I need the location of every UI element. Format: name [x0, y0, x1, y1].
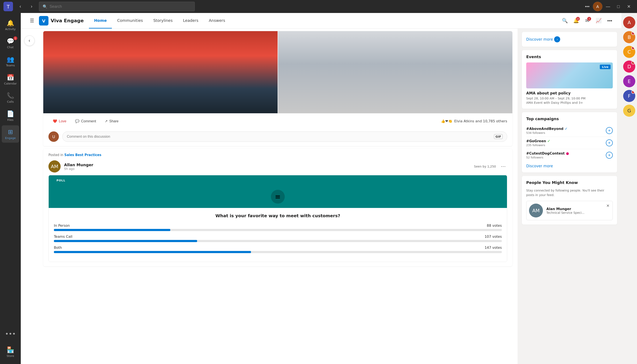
search-input[interactable] — [50, 4, 191, 9]
comment-button[interactable]: 💬 Comment — [71, 117, 100, 125]
event-time: Sept 28, 10:00 AM – Sept 29, 10:00 PM — [526, 96, 613, 100]
sidebar-item-calendar[interactable]: 📅 Calendar — [2, 71, 19, 88]
author-info: Allan Munger 5h ago — [64, 162, 471, 170]
app-layout: 🔔 Activity 💬 Chat 1 👥 Teams 📅 Calendar 📞… — [0, 13, 637, 364]
activity-icon: 🔔 — [7, 20, 14, 26]
share-button[interactable]: ↗ Share — [100, 117, 123, 125]
campaigns-discover-more-label: Discover more — [526, 164, 553, 168]
tab-leaders[interactable]: Leaders — [178, 13, 204, 28]
more-icon: ••• — [5, 330, 16, 338]
author-name[interactable]: Allan Munger — [64, 162, 471, 167]
far-right-avatar-1[interactable]: A — [623, 16, 635, 28]
far-right-avatar-2[interactable]: B — [623, 31, 635, 43]
campaign-info-1: #AboveAndBeyond ✓ 534 followers — [526, 127, 606, 134]
tab-home[interactable]: Home — [89, 13, 112, 28]
poll-option-1: In Person 88 votes — [54, 224, 502, 231]
far-right-avatar-3[interactable]: C — [623, 46, 635, 58]
top-campaigns-title: Top campaigns — [526, 116, 613, 121]
search-bar[interactable]: 🔍 — [39, 2, 195, 11]
sidebar-item-calls[interactable]: 📞 Calls — [2, 89, 19, 106]
sidebar-item-label: Chat — [7, 46, 14, 49]
sidebar-item-label: Teams — [6, 64, 15, 67]
more-actions-button[interactable]: ••• — [605, 16, 614, 26]
poll-option-2: Teams Call 107 votes — [54, 234, 502, 242]
poll-option-votes-1: 88 votes — [487, 224, 502, 228]
pymk-desc: Stay connected by following people. You'… — [526, 188, 613, 197]
far-right-avatar-4[interactable]: D — [623, 60, 635, 73]
campaign-add-button-2[interactable]: + — [606, 140, 613, 146]
poll-bar-3 — [54, 251, 251, 253]
campaign-add-button-1[interactable]: + — [606, 127, 613, 134]
campaign-info-2: #GoGreen ✓ 235 followers — [526, 139, 606, 147]
seen-info: Seen by 1,250 — [474, 165, 496, 168]
sidebar-item-label: Calls — [7, 100, 14, 103]
calendar-icon: 📅 — [7, 74, 14, 81]
discover-more-link[interactable]: Discover more › — [526, 36, 613, 42]
far-right-avatar-5[interactable]: E — [623, 75, 635, 87]
sidebar-item-activity[interactable]: 🔔 Activity — [2, 16, 19, 34]
post-image-left — [43, 31, 278, 113]
campaign-add-button-3[interactable]: + — [606, 152, 613, 159]
poll-option-label-2: Teams Call — [54, 234, 73, 239]
tab-communities[interactable]: Communities — [112, 13, 148, 28]
notifications-button[interactable]: 🔔 12 — [571, 16, 581, 26]
tab-storylines[interactable]: Storylines — [148, 13, 178, 28]
far-right-avatar-6[interactable]: F — [623, 90, 635, 102]
nav-forward-button[interactable]: › — [27, 2, 36, 11]
right-sidebar: Discover more › Events Live AMA about pe… — [518, 28, 621, 364]
post-card-2: Posted in Sales Best Practices AM Allan … — [43, 149, 512, 266]
image-placeholder-right — [278, 31, 512, 113]
poll-bar-1 — [54, 229, 170, 231]
sidebar-item-engage[interactable]: ⊞ Engage — [2, 125, 19, 143]
sidebar-item-teams[interactable]: 👥 Teams — [2, 53, 19, 70]
engage-icon: ⊞ — [8, 128, 13, 136]
sidebar-item-label: Store — [7, 354, 14, 358]
nav-back-button[interactable]: ‹ — [16, 2, 25, 11]
svg-text:V: V — [42, 18, 46, 24]
sidebar-item-chat[interactable]: 💬 Chat 1 — [2, 34, 19, 52]
pymk-person-name[interactable]: Alan Munger — [546, 207, 584, 211]
hamburger-button[interactable]: ☰ — [28, 16, 36, 25]
campaign-followers-2: 235 followers — [526, 144, 606, 147]
verified-icon-3: ● — [566, 151, 569, 156]
share-icon: ↗ — [105, 119, 108, 123]
nav-tabs: Home Communities Storylines Leaders Answ… — [89, 13, 230, 28]
pymk-person: AM Alan Munger Technical Service Speci..… — [526, 201, 613, 220]
heart-icon: ❤️ — [53, 119, 57, 123]
poll-card: POLL ≡ What is your favorite way to meet… — [49, 175, 507, 262]
love-button[interactable]: ❤️ Love — [49, 117, 71, 125]
more-options-button[interactable]: ••• — [582, 2, 592, 11]
messages-button[interactable]: ✉ 3 — [582, 16, 592, 26]
store-icon: 🏪 — [7, 346, 14, 354]
poll-option-votes-3: 147 votes — [485, 246, 502, 250]
left-sidebar: 🔔 Activity 💬 Chat 1 👥 Teams 📅 Calendar 📞… — [0, 13, 21, 364]
close-button[interactable]: ✕ — [624, 2, 633, 11]
sidebar-item-store[interactable]: 🏪 Store — [2, 343, 19, 360]
comment-input-wrap[interactable]: GIF — [62, 132, 507, 142]
sidebar-item-files[interactable]: 📄 Files — [2, 107, 19, 124]
gif-button[interactable]: GIF — [494, 134, 503, 139]
maximize-button[interactable]: □ — [614, 2, 623, 11]
search-button[interactable]: 🔍 — [560, 16, 569, 26]
community-link[interactable]: Sales Best Practices — [64, 153, 101, 157]
post-more-button[interactable]: ⋯ — [499, 162, 507, 170]
teams-icon: 👥 — [7, 56, 14, 63]
top-nav-actions: 🔍 🔔 12 ✉ 3 📈 ••• — [560, 16, 614, 26]
title-bar: T ‹ › 🔍 ••• A — □ ✕ — [0, 0, 637, 13]
event-title[interactable]: AMA about pet policy — [526, 91, 613, 95]
user-avatar[interactable]: A — [593, 2, 602, 11]
verified-icon-2: ✓ — [547, 139, 550, 143]
campaigns-discover-more-link[interactable]: Discover more — [526, 164, 613, 168]
comment-input[interactable] — [67, 135, 494, 138]
back-button[interactable]: ‹ — [24, 36, 35, 46]
events-section: Events Live AMA about pet policy Sept 28… — [522, 50, 617, 109]
far-right-avatar-7[interactable]: G — [623, 104, 635, 117]
tab-answers[interactable]: Answers — [204, 13, 230, 28]
sidebar-more-button[interactable]: ••• — [2, 325, 19, 342]
poll-icon: ≡ — [271, 190, 285, 204]
event-live-badge: Live — [600, 65, 610, 69]
analytics-button[interactable]: 📈 — [594, 16, 603, 26]
minimize-button[interactable]: — — [603, 2, 613, 11]
pymk-close-button[interactable]: ✕ — [605, 203, 611, 209]
viva-engage-logo: V Viva Engage — [39, 16, 84, 26]
